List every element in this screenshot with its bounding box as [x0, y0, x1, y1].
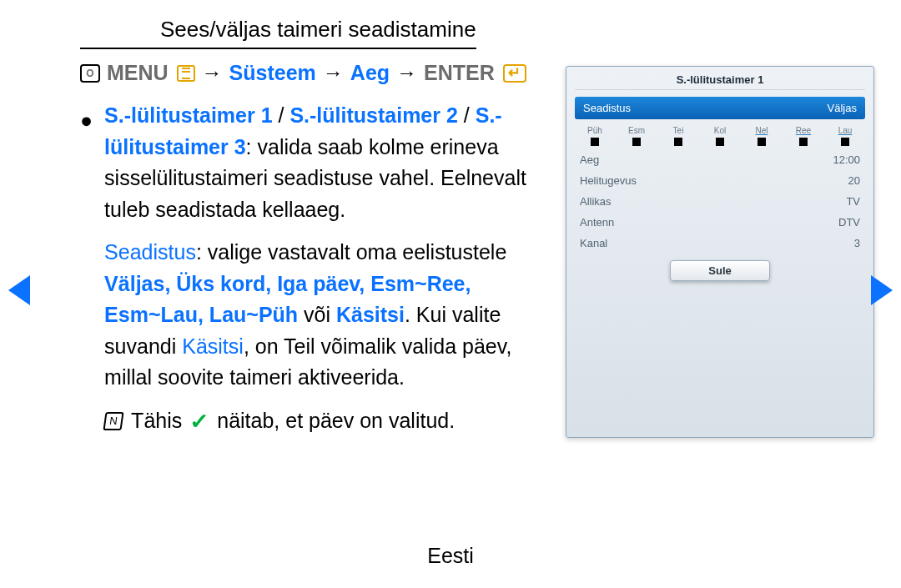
slash: /: [458, 103, 476, 127]
timer2-label: S.-lülitustaimer 2: [289, 103, 457, 127]
panel-row-value: DTV: [838, 216, 860, 229]
day-label: Püh: [578, 126, 612, 135]
panel-row-label: Antenn: [580, 216, 614, 229]
panel-rows: Aeg12:00Helitugevus20AllikasTVAntennDTVK…: [575, 149, 865, 254]
path-time: Aeg: [350, 61, 390, 85]
slash: /: [273, 103, 290, 127]
hl-left: Seadistus: [583, 102, 631, 114]
day-checkbox-icon: [758, 138, 766, 146]
panel-row-value: TV: [846, 195, 860, 208]
panel-row[interactable]: AllikasTV: [575, 191, 865, 212]
menu-path: O MENU → Süsteem → Aeg → ENTER: [80, 61, 547, 85]
panel-row-label: Allikas: [580, 195, 612, 208]
day-label: Kol: [703, 126, 737, 135]
voi-text: või: [298, 303, 336, 326]
panel-row-value: 3: [854, 237, 860, 249]
day-checkbox-icon: [591, 138, 599, 146]
settings-panel: S.-lülitustaimer 1 Seadistus Väljas PühE…: [566, 66, 874, 438]
panel-row-value: 12:00: [833, 153, 860, 166]
note-pre: Tähis: [131, 405, 182, 437]
arrow-icon: →: [396, 61, 417, 85]
panel-row-label: Kanal: [580, 237, 607, 249]
note-post: näitab, et päev on valitud.: [217, 405, 455, 437]
sentence2-tail: : valige vastavalt oma eelistustele: [196, 240, 506, 264]
day-label: Esm: [620, 126, 653, 135]
menu-label: MENU: [107, 61, 169, 85]
prev-page-arrow[interactable]: [8, 275, 30, 305]
day-column[interactable]: Kol: [703, 126, 737, 146]
arrow-icon: →: [202, 61, 223, 85]
kasitsi-option: Käsitsi: [336, 303, 405, 326]
day-checkbox-icon: [716, 138, 724, 146]
day-column[interactable]: Lau: [828, 126, 862, 146]
hl-right: Väljas: [828, 102, 857, 114]
panel-row[interactable]: AntennDTV: [575, 212, 865, 233]
panel-highlight-row[interactable]: Seadistus Väljas: [575, 97, 865, 119]
day-checkbox-icon: [674, 138, 682, 146]
day-checkbox-icon: [841, 138, 849, 146]
panel-title: S.-lülitustaimer 1: [575, 73, 865, 90]
footer-language: Eesti: [0, 544, 901, 568]
note-icon: N: [103, 412, 124, 430]
main-column: O MENU → Süsteem → Aeg → ENTER ● S.-lüli…: [80, 61, 547, 438]
day-label: Nel: [745, 126, 778, 135]
panel-row-value: 20: [848, 174, 860, 187]
menu-bars-icon: [177, 65, 195, 82]
days-row: PühEsmTeiKolNelReeLau: [575, 126, 865, 149]
page-title: Sees/väljas taimeri seadistamine: [80, 0, 476, 49]
enter-icon: [503, 64, 526, 83]
body-text: ● S.-lülitustaimer 1 / S.-lülitustaimer …: [80, 100, 547, 438]
panel-row[interactable]: Helitugevus20: [575, 170, 865, 191]
timer1-label: S.-lülitustaimer 1: [104, 103, 272, 127]
day-column[interactable]: Esm: [620, 126, 653, 146]
day-checkbox-icon: [799, 138, 808, 146]
day-label: Ree: [787, 126, 820, 135]
menu-outer-icon: O: [80, 64, 100, 83]
bullet-icon: ●: [80, 100, 93, 438]
arrow-icon: →: [323, 61, 344, 85]
next-page-arrow[interactable]: [871, 275, 893, 305]
seadistus-label: Seadistus: [104, 240, 196, 264]
day-checkbox-icon: [632, 138, 641, 146]
panel-row[interactable]: Aeg12:00: [575, 149, 865, 170]
day-column[interactable]: Nel: [745, 126, 778, 146]
path-system: Süsteem: [229, 61, 316, 85]
day-label: Lau: [828, 126, 862, 135]
day-column[interactable]: Ree: [787, 126, 820, 146]
day-column[interactable]: Tei: [662, 126, 695, 146]
close-button[interactable]: Sule: [670, 260, 770, 281]
day-label: Tei: [662, 126, 695, 135]
panel-row[interactable]: Kanal3: [575, 233, 865, 254]
enter-label: ENTER: [424, 61, 495, 85]
kasitsi-option2: Käsitsi: [182, 334, 244, 358]
day-column[interactable]: Püh: [578, 126, 612, 146]
panel-row-label: Aeg: [580, 153, 599, 166]
panel-row-label: Helitugevus: [580, 174, 637, 187]
check-icon: ✓: [189, 405, 209, 438]
